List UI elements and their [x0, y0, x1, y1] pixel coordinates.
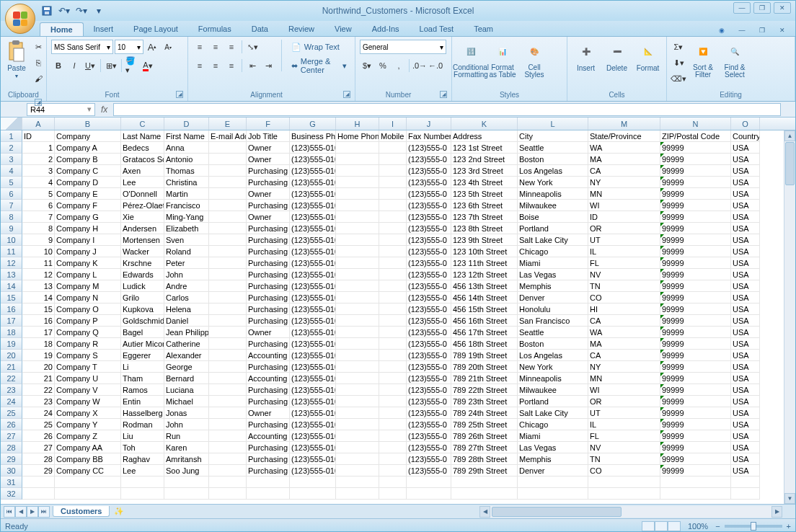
- cell[interactable]: WA: [588, 142, 660, 154]
- number-launcher[interactable]: ◢: [440, 91, 447, 98]
- cell[interactable]: (123)555-0: [407, 292, 451, 303]
- cell[interactable]: 99999: [660, 280, 731, 292]
- cell[interactable]: Run: [164, 430, 209, 442]
- cell[interactable]: CA: [588, 165, 660, 177]
- cell[interactable]: ID: [22, 130, 55, 142]
- cell[interactable]: 5: [22, 188, 55, 200]
- cell[interactable]: [336, 280, 379, 292]
- cell[interactable]: IL: [588, 419, 660, 430]
- cell[interactable]: (123)555-0100: [290, 177, 336, 188]
- cell[interactable]: Soo Jung: [164, 465, 209, 476]
- cell[interactable]: Company K: [55, 257, 121, 269]
- cell[interactable]: (123)555-0: [407, 373, 451, 384]
- cell[interactable]: USA: [731, 315, 760, 327]
- normal-view-icon[interactable]: [642, 521, 655, 531]
- cell[interactable]: George: [164, 361, 209, 373]
- cell[interactable]: [336, 188, 379, 200]
- comma-icon[interactable]: ,: [392, 58, 406, 73]
- cell[interactable]: (123)555-0100: [290, 384, 336, 396]
- cell[interactable]: UT: [588, 234, 660, 246]
- cell[interactable]: Autier Miconi: [121, 338, 164, 350]
- cell[interactable]: 99999: [660, 327, 731, 338]
- cell[interactable]: Roland: [164, 246, 209, 257]
- row-head[interactable]: 24: [1, 396, 22, 407]
- cell[interactable]: Business Phone: [290, 130, 336, 142]
- cell[interactable]: [209, 361, 247, 373]
- cell[interactable]: Home Phone: [336, 130, 379, 142]
- cell[interactable]: [209, 246, 247, 257]
- cell[interactable]: [336, 338, 379, 350]
- bold-button[interactable]: B: [51, 58, 66, 73]
- hscroll-thumb[interactable]: [492, 507, 622, 517]
- doc-restore-button[interactable]: ❐: [753, 25, 771, 36]
- cell[interactable]: (123)555-0100: [290, 200, 336, 211]
- cell[interactable]: 123 9th Street: [451, 234, 518, 246]
- cell[interactable]: 789 23th Street: [451, 396, 518, 407]
- cell[interactable]: USA: [731, 407, 760, 419]
- cell[interactable]: USA: [731, 303, 760, 315]
- cell[interactable]: [209, 257, 247, 269]
- cell[interactable]: 99999: [660, 407, 731, 419]
- cell[interactable]: NY: [588, 361, 660, 373]
- cell[interactable]: TN: [588, 453, 660, 465]
- cell[interactable]: [336, 419, 379, 430]
- cell[interactable]: [164, 476, 209, 488]
- cell[interactable]: 123 1st Street: [451, 142, 518, 154]
- cell[interactable]: Grilo: [121, 292, 164, 303]
- cell[interactable]: 20: [22, 361, 55, 373]
- row-head[interactable]: 30: [1, 465, 22, 476]
- cell[interactable]: USA: [731, 465, 760, 476]
- cell[interactable]: (123)555-0: [407, 465, 451, 476]
- cell[interactable]: [379, 200, 407, 211]
- find-select-button[interactable]: 🔍Find & Select: [720, 40, 749, 79]
- tab-formulas[interactable]: Formulas: [188, 22, 242, 36]
- decrease-decimal-icon[interactable]: ←.0: [428, 58, 443, 73]
- cell[interactable]: 789 24th Street: [451, 407, 518, 419]
- cell[interactable]: [336, 154, 379, 165]
- zoom-slider[interactable]: [725, 525, 782, 528]
- cell[interactable]: Los Angelas: [518, 165, 588, 177]
- cell[interactable]: 99999: [660, 350, 731, 361]
- cell[interactable]: 99999: [660, 211, 731, 223]
- cell[interactable]: USA: [731, 211, 760, 223]
- row-head[interactable]: 3: [1, 154, 22, 165]
- cell[interactable]: Company W: [55, 396, 121, 407]
- cell[interactable]: [209, 407, 247, 419]
- cell[interactable]: Purchasing Rep: [247, 234, 290, 246]
- cell[interactable]: [209, 154, 247, 165]
- cell[interactable]: 456 18th Street: [451, 338, 518, 350]
- cell[interactable]: USA: [731, 257, 760, 269]
- cell[interactable]: (123)555-0: [407, 419, 451, 430]
- tab-page-layout[interactable]: Page Layout: [123, 22, 188, 36]
- tab-view[interactable]: View: [324, 22, 362, 36]
- cell[interactable]: [209, 142, 247, 154]
- scroll-up-icon[interactable]: ▲: [784, 130, 795, 141]
- close-button[interactable]: ✕: [774, 2, 791, 14]
- col-head-N[interactable]: N: [660, 118, 731, 130]
- format-cells-button[interactable]: 📐Format: [634, 40, 662, 72]
- cell[interactable]: NV: [588, 442, 660, 453]
- cell[interactable]: Rodman: [121, 419, 164, 430]
- cell[interactable]: [379, 350, 407, 361]
- percent-icon[interactable]: %: [376, 58, 390, 73]
- cell[interactable]: (123)555-0100: [290, 269, 336, 280]
- cell[interactable]: (123)555-0100: [290, 430, 336, 442]
- cell[interactable]: Owner: [247, 211, 290, 223]
- cell[interactable]: Company N: [55, 292, 121, 303]
- cell[interactable]: 6: [22, 200, 55, 211]
- cell[interactable]: (123)555-0: [407, 350, 451, 361]
- cell[interactable]: Accounting: [247, 430, 290, 442]
- cell[interactable]: [209, 453, 247, 465]
- cell[interactable]: 28: [22, 453, 55, 465]
- cell[interactable]: 2: [22, 154, 55, 165]
- cell[interactable]: (123)555-0100: [290, 350, 336, 361]
- cell[interactable]: Address: [451, 130, 518, 142]
- cell[interactable]: 99999: [660, 453, 731, 465]
- cell[interactable]: 456 14th Street: [451, 292, 518, 303]
- cell[interactable]: 123 2nd Street: [451, 154, 518, 165]
- row-head[interactable]: 11: [1, 246, 22, 257]
- cell[interactable]: Karen: [164, 442, 209, 453]
- cell[interactable]: [209, 315, 247, 327]
- cell[interactable]: Wacker: [121, 246, 164, 257]
- cell[interactable]: [209, 373, 247, 384]
